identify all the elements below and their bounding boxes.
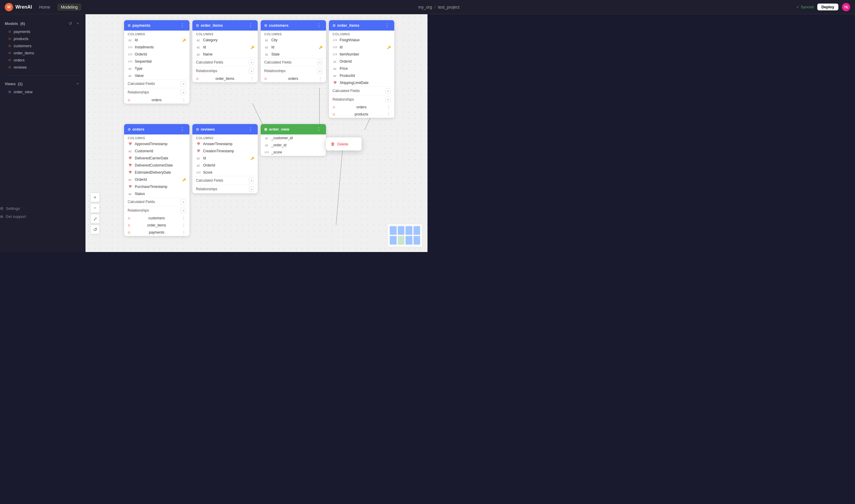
field-name: Installments	[135, 45, 154, 49]
field-estimateddeliverydate: 📅 EstimatedDeliveryDate	[124, 169, 190, 176]
expand-calculated-button[interactable]: ＋	[249, 60, 254, 65]
relationships-expandable[interactable]: Relationships ＋	[192, 185, 258, 193]
card-title: orders	[132, 127, 144, 131]
relationship-icon: ⊙	[333, 112, 335, 116]
expand-calculated-button[interactable]: ＋	[317, 60, 322, 65]
refresh-models-button[interactable]: ↺	[68, 20, 73, 27]
card-menu-button[interactable]: ⋮	[247, 22, 254, 28]
sidebar-item-orders[interactable]: ⊙ orders	[5, 56, 81, 64]
relationships-expandable[interactable]: Relationships ＋	[192, 67, 258, 75]
model-header-icon: ⊙	[196, 127, 199, 131]
add-view-button[interactable]: ＋	[75, 80, 81, 87]
expand-relationships-button[interactable]: ＋	[249, 186, 254, 192]
sidebar-item-payments[interactable]: ⊙ payments	[5, 28, 81, 35]
field-name: Score	[203, 170, 212, 175]
type-num-icon: 123	[333, 38, 337, 42]
expand-relationships-button[interactable]: ＋	[317, 68, 322, 74]
relationships-expandable[interactable]: Relationships ＋	[124, 206, 190, 215]
relationships-expandable[interactable]: Relationships ＋	[329, 95, 394, 104]
settings-item[interactable]: ⚙ Settings	[0, 204, 85, 213]
sidebar-item-order-items[interactable]: ⊙ order_items	[5, 49, 81, 56]
card-menu-button[interactable]: ⋮	[384, 22, 391, 28]
org-name[interactable]: my_org	[418, 5, 427, 10]
models-label: Models (6)	[5, 21, 25, 26]
card-menu-button[interactable]: ⋮	[179, 126, 186, 132]
expand-relationships-button[interactable]: ＋	[385, 97, 391, 102]
relationship-icon: ⊙	[128, 98, 130, 102]
relationships-expandable[interactable]: Relationships ＋	[261, 67, 326, 75]
expand-relationships-button[interactable]: ＋	[180, 208, 186, 213]
fit-screen-button[interactable]: ⤢	[90, 214, 100, 223]
add-model-button[interactable]: ＋	[75, 20, 81, 27]
relationship-menu-button[interactable]: ⋮	[387, 105, 391, 109]
expand-calculated-button[interactable]: ＋	[385, 88, 391, 93]
relationship-orders: ⊙ orders ⋮	[329, 104, 394, 111]
calculated-fields-expandable[interactable]: Calculated Fields ＋	[192, 58, 258, 67]
expand-calculated-button[interactable]: ＋	[249, 178, 254, 183]
sidebar-footer: ⚙ Settings ⊕ Get support	[0, 204, 85, 220]
card-order-view-header: ⊞ order_view ⋮	[261, 124, 326, 134]
field-name: Id	[203, 156, 206, 160]
calculated-fields-expandable[interactable]: Calculated Fields ＋	[329, 86, 394, 95]
relationship-customers: ⊙ customers ⋮	[124, 215, 190, 222]
reset-button[interactable]: ↺	[90, 225, 100, 234]
relationship-menu-button[interactable]: ⋮	[182, 98, 186, 103]
relationship-menu-button[interactable]: ⋮	[182, 230, 186, 235]
sidebar-item-customers[interactable]: ⊙ customers	[5, 42, 81, 49]
home-nav[interactable]: Home	[37, 3, 53, 11]
canvas[interactable]: ⊙ payments ⋮ Columns az Id 🔑 123 Install…	[86, 14, 427, 252]
columns-label: Columns	[124, 134, 190, 140]
relationship-menu-button[interactable]: ⋮	[318, 76, 322, 81]
relationships-label: Relationships	[196, 69, 217, 73]
field-status: az Status	[124, 190, 190, 197]
type-az-icon: az	[128, 38, 132, 42]
sidebar-item-products[interactable]: ⊙ products	[5, 35, 81, 42]
type-cal-icon: 📅	[196, 149, 201, 154]
field-orderid: az OrderId	[192, 162, 258, 169]
card-menu-button[interactable]: ⋮	[315, 22, 322, 28]
type-az-icon: az	[333, 59, 337, 64]
field-shippinglimitdate: 📅 ShippingLimitDate	[329, 79, 394, 86]
relationship-menu-button[interactable]: ⋮	[182, 216, 186, 220]
expand-calculated-button[interactable]: ＋	[180, 81, 186, 86]
relationship-name: order_items	[147, 223, 166, 227]
card-menu-button[interactable]: ⋮	[315, 126, 322, 132]
model-icon: ⊙	[7, 51, 12, 55]
card-header-left: ⊙ reviews	[196, 127, 215, 131]
sidebar-item-order-view[interactable]: ⊞ order_view	[5, 88, 81, 95]
relationship-menu-button[interactable]: ⋮	[182, 223, 186, 228]
calculated-fields-expandable[interactable]: Calculated Fields ＋	[192, 176, 258, 185]
expand-relationships-button[interactable]: ＋	[249, 68, 254, 74]
type-cal-icon: 📅	[333, 80, 337, 85]
header-center: my_org / test_project	[86, 5, 427, 10]
card-menu-button[interactable]: ⋮	[247, 126, 254, 132]
relationship-menu-button[interactable]: ⋮	[387, 112, 391, 116]
sidebar-item-reviews[interactable]: ⊙ reviews	[5, 64, 81, 71]
relationships-expandable[interactable]: Relationships ＋	[124, 88, 190, 96]
field-name: OrderId	[135, 52, 147, 56]
type-az-icon: az	[196, 156, 201, 161]
support-item[interactable]: ⊕ Get support	[0, 213, 85, 220]
calculated-fields-label: Calculated Fields	[128, 200, 155, 204]
calculated-fields-expandable[interactable]: Calculated Fields ＋	[261, 58, 326, 67]
models-section: Models (6) ↺ ＋ ⊙ payments ⊙ products	[0, 18, 85, 73]
field-orderid: az OrderId	[329, 58, 394, 65]
key-icon: 🔑	[251, 46, 254, 49]
model-icon: ⊙	[7, 43, 12, 48]
expand-relationships-button[interactable]: ＋	[180, 90, 186, 95]
field-id: az Id 🔑	[192, 155, 258, 162]
delete-menu-item[interactable]: 🗑 Delete	[326, 139, 361, 149]
type-az-icon: az	[196, 38, 201, 42]
field-name: Sequential	[135, 59, 152, 64]
thumb-block	[398, 226, 405, 235]
expand-calculated-button[interactable]: ＋	[180, 199, 186, 204]
zoom-out-button[interactable]: −	[90, 203, 100, 213]
calculated-fields-expandable[interactable]: Calculated Fields ＋	[124, 197, 190, 206]
relationship-orders: ⊙ orders ⋮	[124, 96, 190, 104]
calculated-fields-expandable[interactable]: Calculated Fields ＋	[124, 79, 190, 88]
relationship-menu-button[interactable]: ⋮	[250, 76, 254, 81]
card-menu-button[interactable]: ⋮	[179, 22, 186, 28]
card-order-items-right-header: ⊙ order_items ⋮	[329, 20, 394, 31]
modeling-nav[interactable]: Modeling	[57, 3, 81, 11]
zoom-in-button[interactable]: +	[90, 193, 100, 202]
